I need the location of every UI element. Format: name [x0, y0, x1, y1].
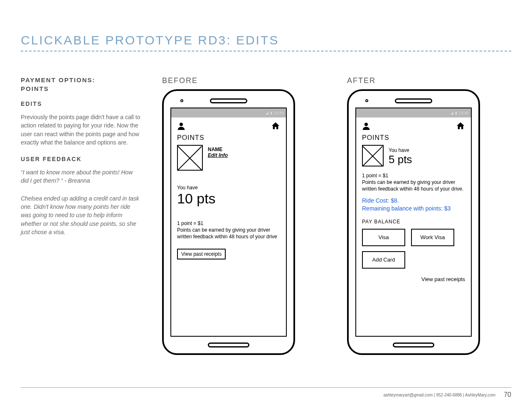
ride-cost: Ride Cost: $8. — [362, 197, 399, 204]
edits-paragraph: Previously the points page didn't have a… — [21, 113, 141, 147]
after-label: AFTER — [347, 76, 511, 85]
section-heading-userfeedback: USER FEEDBACK — [21, 156, 141, 162]
points-heading: POINTS — [177, 134, 280, 142]
signal-icon: ▮ — [270, 111, 272, 115]
left-column: PAYMENT OPTIONS: POINTS EDITS Previously… — [21, 76, 141, 355]
camera-icon — [180, 99, 183, 102]
section-heading-points: POINTS — [21, 85, 141, 92]
wifi-icon: ◢ — [266, 111, 268, 115]
speaker-top-icon — [210, 98, 247, 103]
point-desc: Points can be earned by giving your driv… — [177, 227, 277, 240]
point-rule: 1 point = $1 — [177, 220, 203, 226]
avatar-placeholder — [177, 145, 203, 171]
you-have-label: You have — [177, 185, 280, 191]
wifi-icon: ◢ — [451, 111, 453, 115]
remaining-balance: Remaining balance with points: $3 — [362, 205, 451, 212]
pay-balance-heading: PAY BALANCE — [362, 219, 465, 225]
speaker-bottom-icon — [393, 342, 434, 347]
section-heading-edits: EDITS — [21, 100, 141, 107]
status-bar: ◢ ▮ 13:46 — [356, 108, 471, 117]
points-value: 10 pts — [177, 191, 280, 207]
feedback-quote-2: Chelsea ended up adding a credit card in… — [21, 194, 141, 236]
points-heading: POINTS — [362, 134, 465, 142]
home-icon[interactable] — [271, 122, 280, 132]
point-rule: 1 point = $1 — [362, 173, 388, 179]
signal-icon: ▮ — [455, 111, 457, 115]
status-bar: ◢ ▮ 21:50 — [171, 108, 286, 117]
svg-point-1 — [365, 123, 368, 126]
points-value: 5 pts — [389, 153, 412, 166]
before-label: BEFORE — [162, 76, 326, 85]
profile-name: NAME — [208, 147, 228, 152]
add-card-button[interactable]: Add Card — [362, 251, 405, 269]
user-icon[interactable] — [177, 122, 185, 132]
user-icon[interactable] — [362, 122, 370, 132]
footer: ashleymaryart@gmail.com | 952-240-6886 |… — [21, 387, 511, 399]
before-column: BEFORE ◢ ▮ 21:50 — [162, 76, 326, 355]
status-time: 21:50 — [274, 111, 283, 115]
page-title: CLICKABLE PROTOTYPE RD3: EDITS — [21, 33, 511, 47]
view-receipts-link[interactable]: View past receipts — [362, 276, 465, 282]
edit-info-link[interactable]: Edit Info — [208, 152, 228, 158]
point-desc: Points can be earned by giving your driv… — [362, 179, 463, 192]
home-icon[interactable] — [456, 122, 465, 132]
page-number: 70 — [504, 391, 511, 399]
avatar-placeholder — [362, 145, 384, 166]
footer-contact: ashleymaryart@gmail.com | 952-240-6886 |… — [383, 393, 495, 397]
visa-button[interactable]: Visa — [362, 229, 405, 246]
phone-frame-after: ◢ ▮ 13:46 POINTS — [347, 89, 480, 355]
section-heading-payment: PAYMENT OPTIONS: — [21, 76, 141, 83]
view-receipts-button[interactable]: View past receipts — [177, 249, 226, 259]
divider — [21, 51, 511, 51]
speaker-bottom-icon — [208, 342, 249, 347]
you-have-label: You have — [389, 147, 412, 153]
speaker-top-icon — [395, 98, 432, 103]
camera-icon — [365, 99, 368, 102]
status-time: 13:46 — [459, 111, 468, 115]
phone-frame-before: ◢ ▮ 21:50 POINTS — [162, 89, 295, 355]
after-column: AFTER ◢ ▮ 13:46 — [347, 76, 511, 355]
svg-point-0 — [180, 123, 183, 126]
feedback-quote-1: “I want to know more about the points! H… — [21, 168, 141, 185]
work-visa-button[interactable]: Work Visa — [411, 229, 454, 246]
